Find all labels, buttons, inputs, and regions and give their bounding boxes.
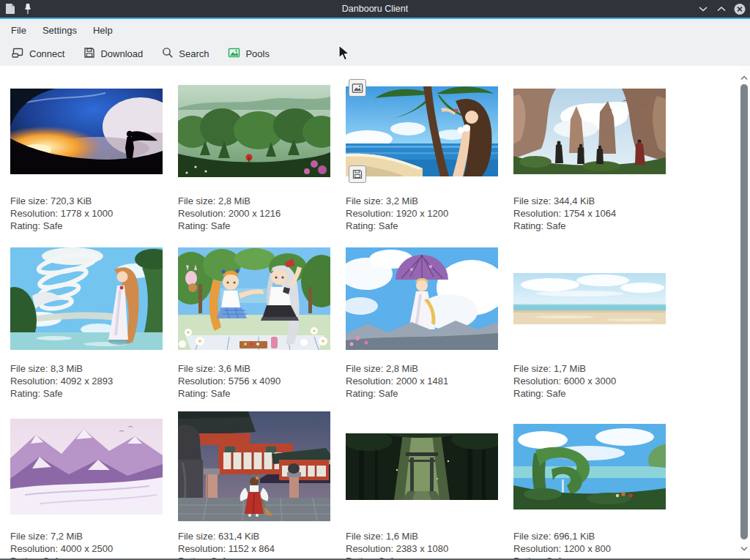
- download-label: Download: [100, 48, 143, 59]
- post-cell: File size: 2,8 MiB Resolution: 2000 x 14…: [346, 244, 498, 400]
- titlebar[interactable]: Danbooru Client: [0, 0, 750, 18]
- rating-label: Rating: Safe: [178, 220, 330, 232]
- thumbnail-image[interactable]: [346, 244, 498, 354]
- menu-settings[interactable]: Settings: [34, 22, 85, 39]
- file-size-label: File size: 1,7 MiB: [513, 362, 666, 375]
- file-size-label: File size: 720,3 KiB: [10, 195, 163, 207]
- thumbnail-image[interactable]: [10, 244, 163, 354]
- file-size-label: File size: 3,6 MiB: [178, 362, 330, 375]
- thumbnail-image[interactable]: [10, 411, 163, 521]
- connect-label: Connect: [29, 48, 64, 59]
- thumbnail-image[interactable]: [10, 76, 163, 186]
- close-icon[interactable]: [734, 3, 746, 15]
- view-image-icon[interactable]: [349, 79, 366, 97]
- rating-label: Rating: Safe: [178, 387, 330, 400]
- post-cell: File size: 720,3 KiB Resolution: 1778 x …: [10, 76, 163, 232]
- resolution-label: Resolution: 4092 x 2893: [10, 375, 163, 387]
- thumbnail-image[interactable]: [346, 76, 498, 186]
- resolution-label: Resolution: 1754 x 1064: [513, 207, 666, 220]
- post-cell: File size: 1,7 MiB Resolution: 6000 x 30…: [513, 244, 666, 400]
- download-button[interactable]: Download: [82, 44, 144, 64]
- post-cell: File size: 3,2 MiB Resolution: 1920 x 12…: [346, 76, 498, 232]
- search-label: Search: [179, 48, 209, 59]
- rating-label: Rating: Safe: [10, 220, 163, 232]
- save-icon[interactable]: [349, 165, 366, 183]
- maximize-icon[interactable]: [716, 3, 727, 15]
- rating-label: Rating: Safe: [346, 387, 498, 400]
- window-title: Danbooru Client: [0, 4, 750, 14]
- resolution-label: Resolution: 1152 x 864: [178, 542, 330, 555]
- pools-button[interactable]: Pools: [226, 44, 271, 64]
- thumbnail-image[interactable]: [513, 411, 666, 521]
- resolution-label: Resolution: 4000 x 2500: [10, 542, 163, 555]
- scroll-up-icon[interactable]: [738, 72, 750, 83]
- scrollbar-thumb[interactable]: [740, 84, 748, 540]
- pools-label: Pools: [245, 48, 270, 59]
- thumbnail-view: File size: 720,3 KiB Resolution: 1778 x …: [0, 66, 750, 560]
- download-icon: [83, 47, 95, 61]
- resolution-label: Resolution: 1778 x 1000: [10, 207, 163, 220]
- menu-help[interactable]: Help: [85, 22, 121, 39]
- file-size-label: File size: 344,4 KiB: [513, 195, 666, 207]
- toolbar: Connect Download Search Pools: [0, 41, 750, 66]
- menu-file[interactable]: File: [3, 22, 34, 39]
- thumbnail-image[interactable]: [513, 76, 666, 186]
- thumbnail-image[interactable]: [178, 244, 330, 354]
- file-size-label: File size: 2,8 MiB: [178, 195, 330, 207]
- post-cell: File size: 2,8 MiB Resolution: 2000 x 12…: [178, 76, 330, 232]
- file-size-label: File size: 3,2 MiB: [346, 195, 498, 207]
- post-cell: File size: 344,4 KiB Resolution: 1754 x …: [513, 76, 666, 232]
- thumbnail-image[interactable]: [178, 411, 330, 521]
- minimize-icon[interactable]: [697, 3, 709, 15]
- pools-icon: [228, 47, 240, 61]
- resolution-label: Resolution: 5756 x 4090: [178, 375, 330, 387]
- post-cell: File size: 631,4 KiB Resolution: 1152 x …: [178, 411, 330, 560]
- menubar: File Settings Help: [0, 19, 750, 41]
- resolution-label: Resolution: 1920 x 1200: [346, 207, 498, 220]
- post-cell: File size: 8,3 MiB Resolution: 4092 x 28…: [10, 244, 163, 400]
- resolution-label: Resolution: 2000 x 1481: [346, 375, 498, 387]
- connect-button[interactable]: Connect: [10, 44, 66, 64]
- file-size-label: File size: 696,1 KiB: [513, 530, 666, 542]
- vertical-scrollbar[interactable]: [738, 66, 750, 560]
- thumbnail-image[interactable]: [346, 411, 498, 521]
- post-cell: File size: 1,6 MiB Resolution: 2383 x 10…: [346, 411, 498, 560]
- rating-label: Rating: Safe: [513, 387, 666, 400]
- rating-label: Rating: Safe: [346, 220, 498, 232]
- thumbnail-image[interactable]: [513, 244, 666, 354]
- thumbnail-image[interactable]: [178, 76, 330, 186]
- search-icon: [162, 47, 174, 61]
- scroll-down-icon[interactable]: [738, 542, 750, 554]
- thumbnail-grid: File size: 720,3 KiB Resolution: 1778 x …: [10, 76, 666, 560]
- file-size-label: File size: 2,8 MiB: [346, 362, 498, 375]
- resolution-label: Resolution: 1200 x 800: [513, 542, 666, 555]
- rating-label: Rating: Safe: [10, 387, 163, 400]
- post-cell: File size: 7,2 MiB Resolution: 4000 x 25…: [10, 411, 163, 560]
- file-size-label: File size: 7,2 MiB: [10, 530, 163, 542]
- post-cell: File size: 696,1 KiB Resolution: 1200 x …: [513, 411, 666, 560]
- accent-line: [0, 18, 750, 19]
- resolution-label: Resolution: 6000 x 3000: [513, 375, 666, 387]
- search-button[interactable]: Search: [160, 44, 210, 64]
- resolution-label: Resolution: 2383 x 1080: [346, 542, 498, 555]
- post-cell: File size: 3,6 MiB Resolution: 5756 x 40…: [178, 244, 330, 400]
- connect-icon: [12, 47, 24, 61]
- resolution-label: Resolution: 2000 x 1216: [178, 207, 330, 220]
- file-size-label: File size: 631,4 KiB: [178, 530, 330, 542]
- file-size-label: File size: 8,3 MiB: [10, 362, 163, 375]
- danbooru-client-window: Danbooru Client File Settings Help Conne…: [0, 0, 750, 560]
- rating-label: Rating: Safe: [513, 220, 666, 232]
- file-size-label: File size: 1,6 MiB: [346, 530, 498, 542]
